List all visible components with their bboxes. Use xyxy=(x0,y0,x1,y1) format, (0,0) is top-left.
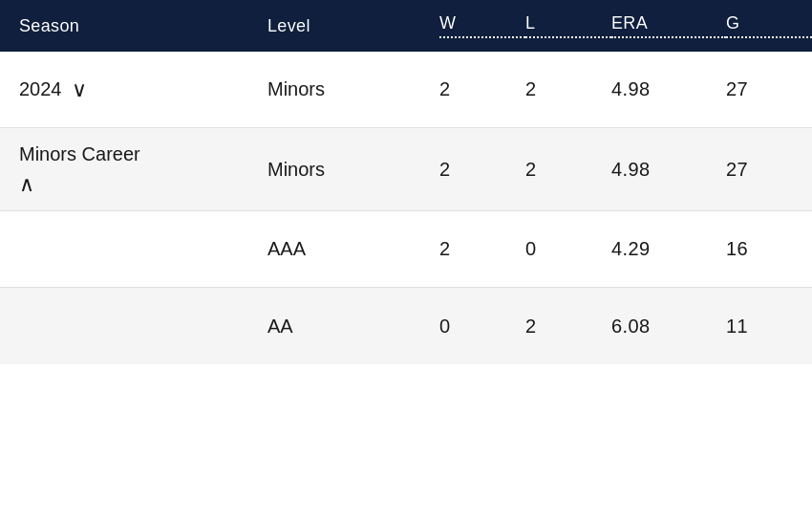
season-2024-label: 2024 xyxy=(19,78,62,100)
l-value-4: 2 xyxy=(525,316,611,338)
header-era: ERA xyxy=(611,13,726,38)
level-minors-1: Minors xyxy=(267,78,439,100)
w-value-3: 2 xyxy=(439,238,525,260)
g-value-4: 11 xyxy=(726,316,812,338)
season-minors-career-cell: Minors Career ∧ xyxy=(19,142,267,197)
w-value-4: 0 xyxy=(439,316,525,338)
chevron-down-icon[interactable]: ∨ xyxy=(72,77,87,102)
table-header: Season Level W L ERA G xyxy=(0,0,812,52)
season-2024-cell: 2024 ∨ xyxy=(19,77,267,102)
w-value-1: 2 xyxy=(439,78,525,100)
table-body: 2024 ∨ Minors 2 2 4.98 27 Minors Career … xyxy=(0,52,812,364)
g-value-2: 27 xyxy=(726,159,812,181)
g-value-1: 27 xyxy=(726,78,812,100)
era-value-1: 4.98 xyxy=(611,78,726,100)
chevron-up-icon[interactable]: ∧ xyxy=(19,172,267,197)
l-value-1: 2 xyxy=(525,78,611,100)
era-value-4: 6.08 xyxy=(611,316,726,338)
level-aa: AA xyxy=(267,316,439,338)
table-row: Minors Career ∧ Minors 2 2 4.98 27 xyxy=(0,128,812,211)
table-row: AA 0 2 6.08 11 xyxy=(0,288,812,364)
l-value-2: 2 xyxy=(525,159,611,181)
table-row: 2024 ∨ Minors 2 2 4.98 27 xyxy=(0,52,812,128)
era-value-2: 4.98 xyxy=(611,159,726,181)
header-l: L xyxy=(525,13,611,38)
header-level: Level xyxy=(267,16,439,36)
header-w: W xyxy=(439,13,525,38)
table-row: AAA 2 0 4.29 16 xyxy=(0,211,812,288)
header-season: Season xyxy=(19,16,267,36)
era-value-3: 4.29 xyxy=(611,238,726,260)
season-minors-career-label: Minors Career xyxy=(19,142,267,166)
g-value-3: 16 xyxy=(726,238,812,260)
level-minors-2: Minors xyxy=(267,159,439,181)
w-value-2: 2 xyxy=(439,159,525,181)
stats-table: Season Level W L ERA G 2024 ∨ Minors 2 2… xyxy=(0,0,812,364)
header-g: G xyxy=(726,13,812,38)
l-value-3: 0 xyxy=(525,238,611,260)
level-aaa: AAA xyxy=(267,238,439,260)
